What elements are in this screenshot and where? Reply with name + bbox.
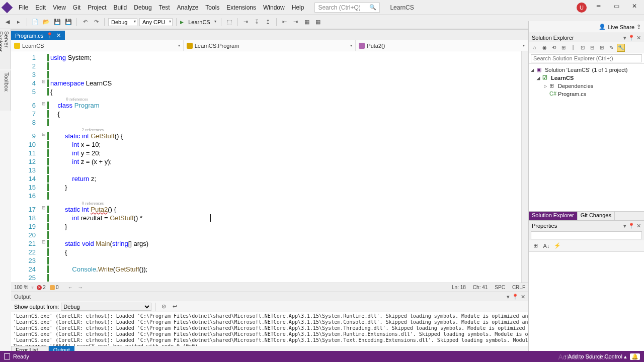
user-avatar[interactable]: U (577, 3, 587, 13)
save-all-button[interactable]: 💾 (64, 18, 73, 27)
se-btn-1[interactable]: ◉ (540, 44, 548, 52)
code-line[interactable] (50, 256, 528, 265)
nav-fwd-button[interactable]: ▸ (14, 18, 23, 27)
se-properties-icon[interactable]: 🔧 (617, 44, 625, 52)
nav-class-dropdown[interactable]: LearnCS.Program▾ (184, 40, 356, 51)
output-close-icon[interactable]: ✕ (521, 294, 525, 300)
nav-project-dropdown[interactable]: LearnCS▾ (11, 40, 184, 51)
code-line[interactable] (50, 231, 528, 239)
editor-scrollbar[interactable] (521, 51, 528, 283)
se-btn-6[interactable]: ⊞ (598, 44, 606, 52)
code-line[interactable]: static void Main(string[] args) (50, 239, 528, 248)
output-clear-button[interactable]: ⊘ (159, 302, 168, 311)
open-button[interactable]: 📂 (42, 18, 51, 27)
properties-scope-dropdown[interactable] (531, 231, 642, 239)
properties-grid[interactable] (529, 251, 644, 351)
solution-explorer-tab[interactable]: Solution Explorer (529, 212, 578, 220)
notifications-icon[interactable]: 🔔 (630, 353, 640, 360)
code-line[interactable]: return z; (50, 174, 528, 183)
save-button[interactable]: 💾 (53, 18, 62, 27)
menu-test[interactable]: Test (155, 3, 174, 13)
account-icon[interactable]: 👤 (599, 24, 606, 30)
output-source-dropdown[interactable]: Debug (61, 303, 151, 311)
close-button[interactable]: ✕ (628, 3, 641, 13)
minimize-button[interactable]: ━ (592, 3, 605, 13)
maximize-button[interactable]: ▭ (610, 3, 623, 13)
nav-back-button[interactable]: ◀ (3, 18, 12, 27)
code-line[interactable]: { (50, 87, 528, 96)
code-line[interactable] (50, 274, 528, 282)
indent-inc-button[interactable]: ⇥ (291, 18, 300, 27)
uncomment-button[interactable]: ▦ (313, 18, 323, 27)
props-events-button[interactable]: ⚡ (553, 241, 562, 250)
code-line[interactable] (50, 62, 528, 70)
output-wrap-button[interactable]: ↩ (170, 302, 179, 311)
code-line[interactable] (50, 118, 528, 127)
menu-tools[interactable]: Tools (202, 3, 223, 13)
config-dropdown[interactable]: Debug▾ (108, 18, 137, 26)
close-tab-icon[interactable]: ✕ (56, 32, 61, 39)
toolbox-tab[interactable]: Toolbox (0, 70, 11, 111)
menu-window[interactable]: Window (260, 3, 288, 13)
props-dropdown-icon[interactable]: ▾ (623, 223, 626, 229)
code-line[interactable]: int y = 20; (50, 149, 528, 157)
menu-git[interactable]: Git (69, 3, 84, 13)
undo-button[interactable]: ↶ (80, 18, 90, 27)
menu-file[interactable]: File (15, 3, 32, 13)
menu-build[interactable]: Build (110, 3, 131, 13)
se-home-icon[interactable]: ⌂ (531, 44, 539, 52)
props-close-icon[interactable]: ✕ (636, 223, 641, 229)
step-over-button[interactable]: ⇥ (242, 18, 251, 27)
code-line[interactable]: } (50, 222, 528, 231)
toolbar-btn-1[interactable]: ⬚ (225, 18, 234, 27)
code-line[interactable]: int z = (x + y); (50, 157, 528, 166)
code-line[interactable]: using System; (50, 53, 528, 62)
solution-node[interactable]: ◢▣Solution 'LearnCS' (1 of 1 project) (530, 66, 643, 74)
menu-edit[interactable]: Edit (32, 3, 49, 13)
fold-gutter[interactable]: ⊟⊟⊟⊟⊟ (40, 51, 47, 283)
error-count[interactable]: ✕2 (37, 285, 46, 290)
menu-view[interactable]: View (49, 3, 69, 13)
share-icon[interactable]: ⇪ (636, 24, 641, 30)
code-line[interactable]: } (50, 183, 528, 192)
se-close-icon[interactable]: ✕ (636, 35, 641, 41)
se-btn-7[interactable]: ✎ (607, 44, 615, 52)
dependencies-node[interactable]: ▷⊞Dependencies (530, 82, 643, 90)
indent-mode[interactable]: SPC (495, 285, 505, 290)
se-search-input[interactable] (531, 54, 642, 62)
comment-button[interactable]: ▦ (302, 18, 311, 27)
props-az-button[interactable]: A↓ (542, 241, 551, 250)
start-target-dropdown[interactable]: LearnCS▾ (186, 19, 217, 26)
code-line[interactable]: static int GetStuff() { (50, 132, 528, 140)
document-tab-program[interactable]: Program.cs 📍 ✕ (11, 31, 65, 40)
code-line[interactable]: static int Puta2() { (50, 205, 528, 214)
code-line[interactable]: int rezultat = GetStuff() * (50, 214, 528, 222)
code-editor[interactable]: 1234567891011121314151617181920212223242… (11, 51, 528, 283)
zoom-level[interactable]: 100 % (14, 285, 28, 290)
code-line[interactable]: Console.Write(GetStuff()); (50, 265, 528, 274)
code-line[interactable]: { (50, 110, 528, 118)
code-line[interactable]: namespace LearnCS (50, 79, 528, 87)
step-out-button[interactable]: ↥ (264, 18, 273, 27)
platform-dropdown[interactable]: Any CPU▾ (139, 18, 173, 26)
file-node-program[interactable]: C#Program.cs (530, 90, 643, 98)
warning-count[interactable]: 0 (50, 285, 59, 290)
server-explorer-tab[interactable]: Server Explorer (0, 29, 11, 69)
menu-analyze[interactable]: Analyze (174, 3, 202, 13)
code-line[interactable] (50, 70, 528, 79)
indent-dec-button[interactable]: ⇤ (280, 18, 289, 27)
git-changes-tab[interactable]: Git Changes (578, 212, 615, 220)
props-cat-button[interactable]: ⊞ (531, 241, 540, 250)
code-line[interactable]: { (50, 248, 528, 256)
props-pin-icon[interactable]: 📍 (628, 223, 635, 229)
menu-extensions[interactable]: Extensions (223, 3, 260, 13)
nav-method-dropdown[interactable]: Puta2()▾ (356, 40, 528, 51)
menu-project[interactable]: Project (84, 3, 110, 13)
new-project-button[interactable]: 📄 (31, 18, 40, 27)
se-btn-5[interactable]: ⊟ (588, 44, 596, 52)
menu-help[interactable]: Help (288, 3, 308, 13)
output-dropdown-icon[interactable]: ▾ (507, 294, 510, 300)
code-line[interactable]: class Program (50, 101, 528, 110)
se-dropdown-icon[interactable]: ▾ (623, 35, 626, 41)
code-area[interactable]: using System;namespace LearnCS{0 referen… (47, 51, 528, 283)
